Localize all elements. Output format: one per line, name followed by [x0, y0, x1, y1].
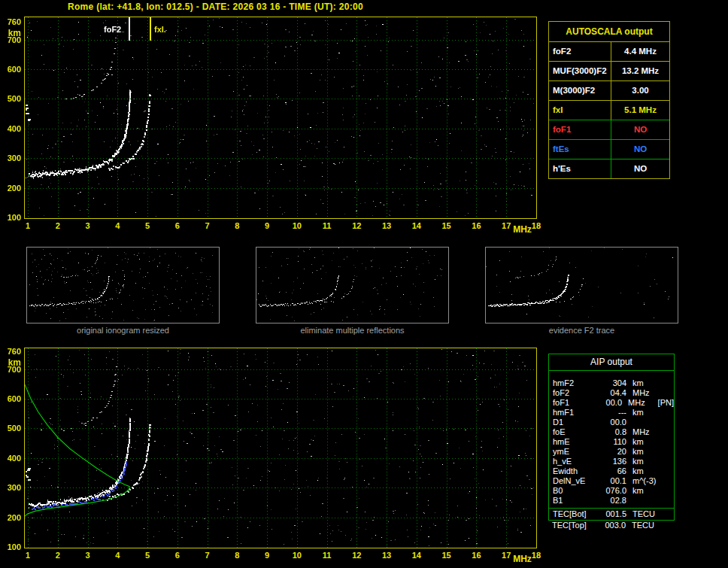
aip-table-title: AIP output [549, 354, 674, 371]
aip-row-value: 66 [596, 466, 626, 476]
aip-row-unit: km [626, 447, 663, 457]
aip-table-rows: hmF2304kmfoF204.4MHzfoF100.0MHz[PN]hmF1-… [549, 371, 674, 506]
thumbnail-filtered-canvas [256, 247, 449, 323]
page-title: Rome (lat: +41.8, lon: 012.5) - DATE: 20… [68, 2, 363, 12]
x-axis-unit: MHz [513, 554, 532, 564]
aip-row: hmE110km [549, 437, 674, 447]
aip-row-label: Ewidth [549, 466, 596, 476]
aip-row: TEC[Top]003.0TECU [548, 521, 673, 530]
x-tick-label: 6 [168, 551, 187, 560]
aip-row: DelN_vE00.1m^(-3) [549, 476, 674, 486]
aip-row-unit: TECU [626, 521, 662, 530]
x-tick-label: 2 [49, 221, 67, 230]
aip-row-unit [626, 496, 663, 506]
aip-row-value: 00.0 [596, 418, 626, 427]
aip-row-value: 0.8 [596, 427, 626, 437]
y-tick-label: 600 [1, 65, 21, 74]
y-tick-label: 300 [1, 153, 21, 163]
aip-row-unit: km [626, 437, 663, 447]
aip-row-value: 00.1 [596, 476, 626, 486]
thumbnail-filtered-ionogram [256, 247, 449, 323]
aip-tec-bot-row: TEC[Bot]001.5TECU [549, 509, 674, 520]
autoscala-table-rows: foF24.4 MHzMUF(3000)F213.2 MHzM(3000)F23… [549, 41, 669, 178]
aip-row-value: 076.0 [596, 486, 626, 496]
aip-row-unit: km [626, 486, 663, 496]
x-tick-label: 10 [288, 551, 306, 560]
x-tick-label: 14 [408, 221, 426, 230]
x-tick-label: 4 [108, 221, 126, 230]
y-tick-label: 100 [1, 542, 21, 551]
y-tick-label: 400 [1, 124, 21, 133]
aip-row-label: TEC[Top] [548, 521, 596, 530]
y-tick-label: 100 [1, 213, 21, 222]
aip-row-value: 110 [596, 437, 626, 447]
x-tick-label: 12 [347, 221, 366, 230]
aip-row: h_vE136km [549, 457, 674, 466]
aip-row-label: h_vE [549, 457, 596, 466]
aip-row-unit: m^(-3) [626, 476, 663, 486]
autoscala-row: foF24.4 MHz [549, 41, 669, 61]
autoscala-row-label: ftEs [549, 140, 611, 159]
aip-row-unit: km [626, 408, 663, 418]
aip-row-unit: km [626, 457, 663, 466]
x-tick-label: 2 [49, 551, 67, 560]
aip-row-unit: TECU [626, 509, 663, 520]
fof2-marker-label: foF2 [104, 25, 121, 34]
x-tick-label: 13 [378, 551, 396, 560]
aip-row-extra: [PN] [657, 398, 674, 408]
x-tick-label: 6 [168, 221, 187, 230]
autoscala-row-value: 4.4 MHz [611, 42, 669, 61]
x-axis-unit: MHz [513, 224, 532, 235]
autoscala-row-value: 3.00 [611, 81, 669, 100]
y-axis-unit: km [1, 28, 21, 38]
autoscala-row: ftEsNO [549, 139, 669, 159]
autoscala-row: MUF(3000)F213.2 MHz [549, 61, 669, 80]
aip-row-label: foF2 [549, 388, 596, 398]
aip-row: Ewidth66km [549, 466, 674, 476]
x-tick-label: 12 [347, 551, 366, 560]
x-tick-label: 7 [199, 221, 217, 230]
autoscala-row: foF1NO [549, 120, 669, 139]
aip-row: B0076.0km [549, 486, 674, 496]
y-tick-label: 400 [1, 454, 21, 463]
y-tick-label: 500 [1, 424, 21, 433]
aip-row-unit: km [626, 466, 663, 476]
x-tick-label: 11 [318, 221, 336, 230]
aip-row-label: foE [549, 427, 596, 437]
thumbnail-f2-trace-canvas [485, 247, 678, 323]
autoscala-row-value: NO [611, 140, 669, 159]
autoscala-row-label: fxI [549, 101, 611, 120]
aip-row: foE0.8MHz [549, 427, 674, 437]
x-tick-label: 7 [199, 551, 217, 560]
autoscala-row: M(3000)F23.00 [549, 80, 669, 100]
autoscala-table: AUTOSCALA output foF24.4 MHzMUF(3000)F21… [548, 21, 670, 179]
thumbnail-f2-trace [485, 247, 678, 323]
autoscala-row-value: NO [611, 120, 669, 139]
thumbnail-original-canvas [26, 247, 220, 323]
thumbnail-caption-f2-trace: evidence F2 trace [485, 326, 678, 335]
autoscala-row-label: foF1 [549, 120, 611, 139]
autoscala-row-value: 13.2 MHz [611, 62, 669, 80]
autoscala-row-value: 5.1 MHz [611, 101, 669, 120]
x-tick-label: 3 [79, 221, 97, 230]
thumbnail-original-ionogram [26, 247, 220, 323]
ionogram-bottom-canvas [24, 348, 537, 548]
x-tick-label: 9 [258, 551, 276, 560]
x-tick-label: 1 [19, 221, 37, 230]
y-tick-label: 200 [1, 184, 21, 193]
aip-row-label: hmF2 [549, 378, 596, 388]
aip-row-unit: MHz [626, 427, 663, 437]
aip-row: TEC[Bot]001.5TECU [549, 509, 674, 520]
autoscala-row-value: NO [611, 159, 669, 178]
aip-row-label: DelN_vE [549, 476, 596, 486]
y-tick-label: 600 [1, 394, 21, 403]
aip-row: B102.8 [549, 496, 674, 506]
thumbnail-caption-original: original ionogram resized [26, 326, 220, 335]
aip-row: ymE20km [549, 447, 674, 457]
aip-tec-top-row: TEC[Top]003.0TECU [548, 521, 673, 530]
autoscala-row-label: M(3000)F2 [549, 81, 611, 100]
aip-row: foF204.4MHz [549, 388, 674, 398]
aip-row-unit: km [626, 378, 663, 388]
aip-row-label: B0 [549, 486, 596, 496]
aip-row-label: hmF1 [549, 408, 596, 418]
